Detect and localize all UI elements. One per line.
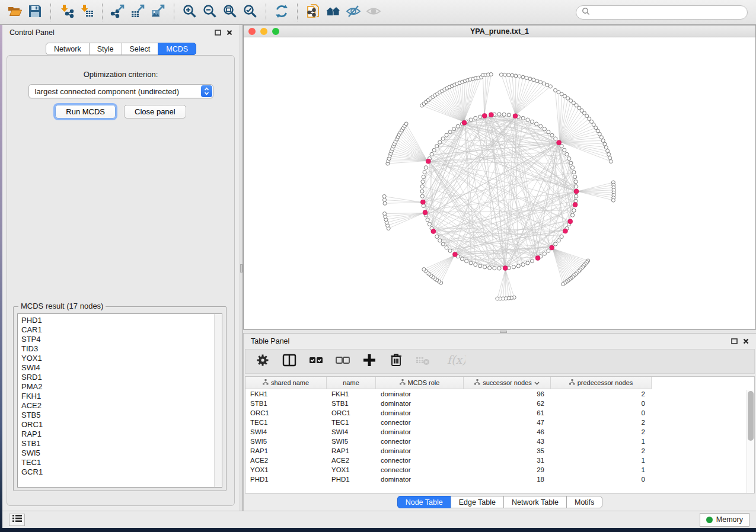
cell-shared-name[interactable]: ORC1 bbox=[245, 409, 327, 416]
table-row[interactable]: TEC1TEC1connector472 bbox=[245, 418, 754, 427]
cell-shared-name[interactable]: SWI4 bbox=[245, 428, 327, 435]
cell-shared-name[interactable]: FKH1 bbox=[245, 390, 327, 398]
welcome-screen-button[interactable] bbox=[323, 2, 343, 23]
cell-name[interactable]: STB1 bbox=[327, 400, 376, 407]
mcds-result-node[interactable]: YOX1 bbox=[21, 354, 222, 363]
cell-predecessor-nodes[interactable]: 1 bbox=[551, 466, 652, 473]
zoom-in-button[interactable] bbox=[180, 2, 200, 23]
mcds-result-node[interactable]: SWI4 bbox=[21, 363, 222, 373]
zoom-selected-button[interactable] bbox=[240, 2, 260, 23]
node-table[interactable]: shared namenameMCDS rolesuccessor nodesp… bbox=[245, 376, 755, 493]
tab-style[interactable]: Style bbox=[89, 43, 122, 55]
cell-shared-name[interactable]: YOX1 bbox=[245, 466, 327, 473]
close-panel-button[interactable]: Close panel bbox=[124, 105, 186, 118]
cell-successor-nodes[interactable]: 18 bbox=[464, 476, 551, 483]
cell-MCDS-role[interactable]: connector bbox=[376, 457, 464, 464]
tab-node-table[interactable]: Node Table bbox=[397, 496, 451, 508]
table-row[interactable]: STB1STB1dominator620 bbox=[245, 399, 754, 408]
minimize-window-icon[interactable] bbox=[260, 28, 267, 35]
mcds-result-node[interactable]: SRD1 bbox=[21, 373, 222, 382]
gear-icon[interactable] bbox=[255, 352, 270, 370]
table-row[interactable]: PHD1PHD1dominator180 bbox=[245, 475, 754, 484]
maximize-window-icon[interactable] bbox=[272, 28, 279, 35]
cell-predecessor-nodes[interactable]: 2 bbox=[551, 447, 652, 454]
criterion-select[interactable]: largest connected component (undirected) bbox=[28, 84, 213, 98]
cell-name[interactable]: RAP1 bbox=[327, 447, 376, 454]
search-box[interactable] bbox=[576, 5, 748, 20]
memory-button[interactable]: Memory bbox=[700, 513, 749, 527]
cell-name[interactable]: ORC1 bbox=[327, 409, 376, 416]
toggle-columns-icon[interactable] bbox=[282, 352, 297, 370]
splitter-handle[interactable] bbox=[500, 331, 507, 333]
mcds-result-node[interactable]: SWI5 bbox=[21, 448, 222, 458]
mcds-result-node[interactable]: PMA2 bbox=[21, 382, 222, 392]
cell-successor-nodes[interactable]: 47 bbox=[464, 419, 551, 426]
splitter-handle[interactable] bbox=[240, 264, 243, 273]
cell-successor-nodes[interactable]: 43 bbox=[464, 438, 551, 445]
cell-shared-name[interactable]: ACE2 bbox=[245, 457, 327, 464]
column-header-successor-nodes[interactable]: successor nodes bbox=[464, 377, 551, 389]
cell-name[interactable]: ACE2 bbox=[327, 457, 376, 464]
mcds-result-node[interactable]: ACE2 bbox=[21, 401, 222, 411]
mcds-result-node[interactable]: STP4 bbox=[21, 335, 222, 344]
table-row[interactable]: ACE2ACE2connector311 bbox=[245, 456, 754, 465]
select-all-icon[interactable] bbox=[308, 352, 324, 370]
cell-shared-name[interactable]: PHD1 bbox=[245, 476, 327, 483]
cell-successor-nodes[interactable]: 35 bbox=[464, 447, 551, 454]
table-scrollbar[interactable] bbox=[747, 390, 754, 493]
export-network-button[interactable] bbox=[108, 2, 128, 23]
column-header-MCDS-role[interactable]: MCDS role bbox=[376, 377, 464, 389]
mcds-result-node[interactable]: TID3 bbox=[21, 344, 222, 354]
cell-predecessor-nodes[interactable]: 0 bbox=[551, 400, 652, 407]
cell-MCDS-role[interactable]: connector bbox=[376, 466, 464, 473]
table-row[interactable]: RAP1RAP1dominator352 bbox=[245, 446, 754, 456]
cell-shared-name[interactable]: STB1 bbox=[245, 400, 327, 407]
cell-successor-nodes[interactable]: 61 bbox=[464, 409, 551, 416]
vertical-splitter[interactable] bbox=[240, 25, 243, 511]
cell-MCDS-role[interactable]: dominator bbox=[376, 400, 464, 407]
float-panel-icon[interactable] bbox=[215, 27, 221, 38]
tab-mcds[interactable]: MCDS bbox=[158, 43, 196, 55]
mcds-result-node[interactable]: GCR1 bbox=[21, 467, 222, 477]
cell-name[interactable]: SWI4 bbox=[327, 428, 376, 435]
add-column-icon[interactable] bbox=[362, 352, 377, 370]
scrollbar-thumb[interactable] bbox=[748, 391, 754, 441]
cell-MCDS-role[interactable]: connector bbox=[376, 438, 464, 445]
zoom-fit-button[interactable] bbox=[220, 2, 240, 23]
result-list-scrollbar[interactable] bbox=[214, 314, 222, 487]
table-row[interactable]: ORC1ORC1dominator610 bbox=[245, 408, 754, 418]
tab-network[interactable]: Network bbox=[46, 43, 90, 55]
network-window-titlebar[interactable]: YPA_prune.txt_1 bbox=[244, 25, 755, 37]
cell-MCDS-role[interactable]: dominator bbox=[376, 447, 464, 454]
cell-name[interactable]: PHD1 bbox=[327, 476, 376, 483]
run-mcds-button[interactable]: Run MCDS bbox=[55, 105, 116, 118]
search-input[interactable] bbox=[590, 8, 742, 17]
table-row[interactable]: SWI5SWI5connector431 bbox=[245, 437, 754, 446]
mcds-result-node[interactable]: STB1 bbox=[21, 439, 222, 448]
zoom-out-button[interactable] bbox=[200, 2, 220, 23]
export-image-button[interactable] bbox=[148, 2, 168, 23]
mcds-result-list[interactable]: PHD1CAR1STP4TID3YOX1SWI4SRD1PMA2FKH1ACE2… bbox=[17, 313, 222, 488]
refresh-layout-button[interactable] bbox=[272, 2, 292, 23]
cell-MCDS-role[interactable]: dominator bbox=[376, 476, 464, 483]
cell-predecessor-nodes[interactable]: 2 bbox=[551, 428, 652, 435]
cell-shared-name[interactable]: TEC1 bbox=[245, 419, 327, 426]
tab-network-table[interactable]: Network Table bbox=[503, 496, 567, 508]
cell-successor-nodes[interactable]: 46 bbox=[464, 428, 551, 435]
cell-MCDS-role[interactable]: dominator bbox=[376, 428, 464, 435]
export-table-button[interactable] bbox=[128, 2, 148, 23]
task-history-button[interactable] bbox=[9, 514, 25, 526]
delete-column-icon[interactable] bbox=[388, 352, 404, 370]
network-canvas[interactable] bbox=[244, 37, 755, 329]
cell-shared-name[interactable]: SWI5 bbox=[245, 438, 327, 445]
cell-predecessor-nodes[interactable]: 2 bbox=[551, 390, 652, 398]
network-from-selection-button[interactable] bbox=[303, 2, 323, 23]
cell-shared-name[interactable]: RAP1 bbox=[245, 447, 327, 454]
mcds-result-node[interactable]: CAR1 bbox=[21, 325, 222, 335]
cell-successor-nodes[interactable]: 29 bbox=[464, 466, 551, 473]
deselect-all-icon[interactable] bbox=[335, 352, 350, 370]
cell-predecessor-nodes[interactable]: 1 bbox=[551, 457, 652, 464]
network-graph[interactable] bbox=[244, 37, 755, 329]
column-header-name[interactable]: name bbox=[327, 377, 376, 389]
import-table-button[interactable] bbox=[76, 2, 97, 23]
